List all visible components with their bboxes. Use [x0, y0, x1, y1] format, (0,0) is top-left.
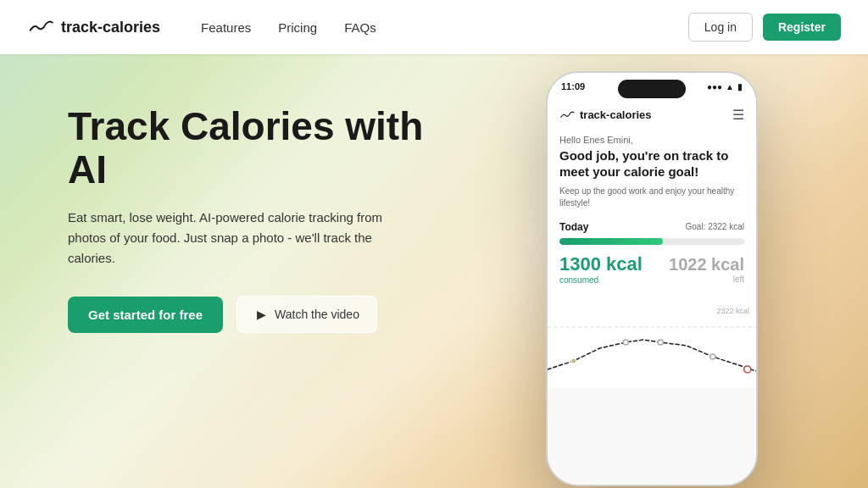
chart-area: 2322 kcal: [548, 303, 756, 388]
video-button[interactable]: ▶ Watch the video: [236, 296, 377, 333]
chart-goal-label: 2322 kcal: [716, 307, 749, 315]
svg-point-2: [623, 340, 628, 345]
play-icon: ▶: [254, 308, 268, 321]
nav-pricing[interactable]: Pricing: [278, 20, 317, 35]
nav-faqs[interactable]: FAQs: [344, 20, 376, 35]
svg-point-1: [571, 358, 576, 363]
hero-buttons: Get started for free ▶ Watch the video: [68, 296, 458, 333]
phone-app-header: track-calories ☰: [559, 107, 744, 123]
left-label: left: [733, 274, 744, 284]
consumed-label: consumed: [559, 275, 643, 285]
nav: Features Pricing FAQs: [201, 20, 688, 35]
calorie-row: 1300 kcal consumed 1022 kcal left: [559, 253, 744, 285]
hero-section: Track Calories with AI Eat smart, lose w…: [0, 54, 868, 488]
svg-point-3: [658, 340, 663, 345]
consumed-col: 1300 kcal consumed: [559, 253, 643, 285]
today-header: Today Goal: 2322 kcal: [559, 221, 744, 233]
cta-button[interactable]: Get started for free: [68, 297, 223, 333]
phone-mockup: 11:09 ●●● ▲ ▮ track-calories: [546, 71, 766, 488]
left-col: 1022 kcal left: [669, 255, 744, 284]
header-actions: Log in Register: [688, 13, 841, 42]
phone-logo-icon: [559, 110, 575, 120]
phone-body: track-calories ☰ Hello Enes Emini, Good …: [548, 97, 756, 303]
svg-point-4: [710, 354, 715, 359]
hamburger-menu-icon: ☰: [732, 107, 744, 123]
progress-fill: [559, 238, 663, 245]
logo-icon: [27, 19, 54, 36]
login-button[interactable]: Log in: [688, 13, 753, 42]
battery-icon: ▮: [737, 82, 743, 92]
phone-status-bar: 11:09 ●●● ▲ ▮: [548, 73, 756, 97]
signal-icon: ●●●: [707, 82, 722, 92]
status-icons: ●●● ▲ ▮: [707, 82, 743, 92]
phone-sub-text: Keep up the good work and enjoy your hea…: [559, 186, 744, 209]
header: track-calories Features Pricing FAQs Log…: [0, 0, 868, 54]
phone-greeting: Hello Enes Emini,: [559, 135, 744, 145]
logo[interactable]: track-calories: [27, 19, 160, 36]
hero-title: Track Calories with AI: [68, 105, 458, 191]
dynamic-island: [618, 80, 686, 98]
hero-subtitle: Eat smart, lose weight. AI-powered calor…: [68, 208, 390, 269]
phone-logo: track-calories: [559, 108, 652, 121]
wifi-icon: ▲: [726, 82, 734, 92]
today-section: Today Goal: 2322 kcal 1300 kcal consumed…: [559, 221, 744, 285]
phone-main-text: Good job, you're on track to meet your c…: [559, 148, 744, 180]
calorie-progress-bar: [559, 238, 744, 245]
today-label: Today: [559, 221, 588, 233]
logo-text: track-calories: [61, 19, 160, 36]
kcal-left: 1022 kcal: [669, 255, 744, 274]
goal-label: Goal: 2322 kcal: [686, 222, 745, 231]
svg-point-5: [744, 366, 751, 373]
register-button[interactable]: Register: [763, 14, 841, 41]
hero-content: Track Calories with AI Eat smart, lose w…: [68, 105, 458, 333]
kcal-consumed: 1300 kcal: [559, 253, 643, 275]
video-label: Watch the video: [275, 308, 359, 321]
phone-logo-text: track-calories: [580, 108, 652, 121]
phone-frame: 11:09 ●●● ▲ ▮ track-calories: [546, 71, 758, 486]
status-time: 11:09: [561, 81, 585, 92]
nav-features[interactable]: Features: [201, 20, 251, 35]
calorie-chart: [548, 310, 756, 382]
